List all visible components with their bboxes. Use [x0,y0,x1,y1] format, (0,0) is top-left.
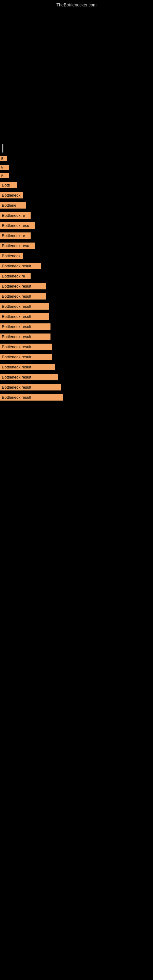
bottleneck-item-19: Bottleneck result [0,334,51,340]
bottleneck-item-7: Bottleneck re [0,212,30,219]
bottleneck-item-18: Bottleneck result [0,323,51,330]
bottleneck-item-25: Bottleneck result [0,394,63,401]
bottleneck-item-14: Bottleneck result [0,283,46,290]
bottleneck-item-17: Bottleneck result [0,313,49,320]
bottleneck-item-20: Bottleneck result [0,344,52,350]
bottleneck-item-23: Bottleneck result [0,374,58,380]
bottleneck-item-22: Bottleneck result [0,364,55,370]
bottleneck-item-4: Bottl [0,182,17,188]
cursor-line [2,144,3,153]
bottleneck-item-12: Bottleneck result [0,263,41,269]
bottleneck-item-5: Bottleneck [0,192,23,199]
bottleneck-item-2: E [0,165,9,170]
bottleneck-item-21: Bottleneck result [0,354,52,360]
bottleneck-item-8: Bottleneck resu [0,222,35,229]
bottleneck-item-11: Bottleneck [0,253,23,259]
bottleneck-item-3: B [0,173,9,178]
bottleneck-item-13: Bottleneck re [0,273,30,279]
bottleneck-item-15: Bottleneck result [0,293,46,299]
bottleneck-item-1: B [0,156,7,161]
bottleneck-item-16: Bottleneck result [0,303,49,310]
bottleneck-item-9: Bottleneck re [0,232,30,239]
bottleneck-item-6: Bottlene [0,202,26,208]
bottleneck-item-10: Bottleneck resu [0,243,35,249]
bottleneck-list: BEBBottlBottleneckBottleneBottleneck reB… [0,156,92,404]
bottleneck-item-24: Bottleneck result [0,384,61,390]
site-title: TheBottlenecker.com [56,2,97,7]
